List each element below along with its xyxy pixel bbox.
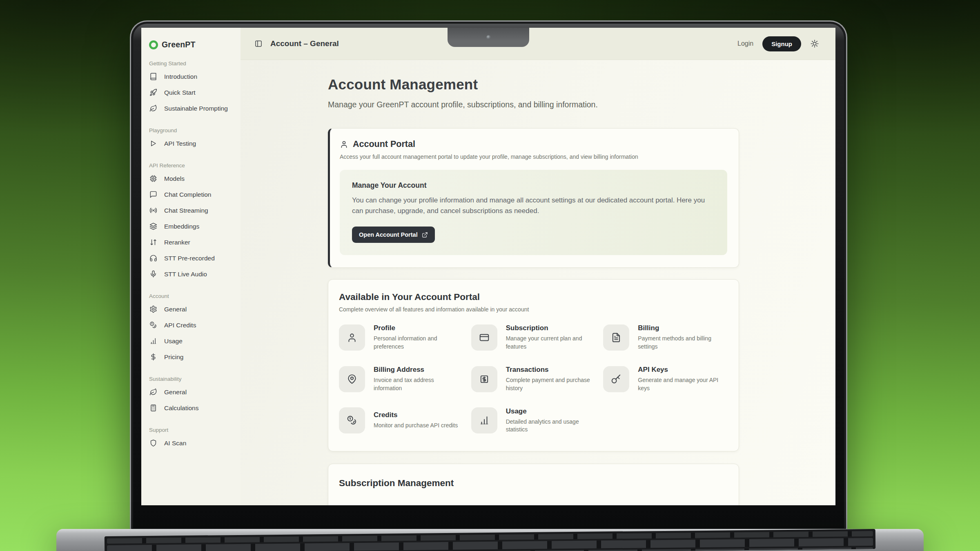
- subscription-card-title: Subscription Management: [339, 478, 728, 489]
- laptop-base: [56, 529, 924, 551]
- manage-account-title: Manage Your Account: [352, 181, 715, 190]
- sidebar-item-support-ai-scan[interactable]: AI Scan: [141, 435, 241, 451]
- sidebar-item-getting-started-sustainable-prompting[interactable]: Sustainable Prompting: [141, 100, 241, 116]
- feature-description: Monitor and purchase API credits: [374, 422, 458, 430]
- feature-subscription: SubscriptionManage your current plan and…: [471, 324, 596, 351]
- external-link-icon: [422, 232, 428, 238]
- credit-card-icon: [471, 324, 497, 351]
- dollar-icon: [149, 353, 157, 361]
- feature-description: Generate and manage your API keys: [638, 376, 728, 393]
- sidebar-item-label: API Testing: [164, 140, 196, 147]
- sidebar-item-api-reference-chat-completion[interactable]: Chat Completion: [141, 187, 241, 202]
- sidebar-item-label: Usage: [164, 338, 183, 345]
- cpu-icon: [149, 175, 157, 182]
- theme-toggle-sun-icon[interactable]: [810, 39, 819, 48]
- sidebar-item-label: General: [164, 389, 187, 396]
- sidebar-item-sustainability-general[interactable]: General: [141, 384, 241, 400]
- sidebar-item-label: Sustainable Prompting: [164, 105, 228, 112]
- sidebar-item-getting-started-introduction[interactable]: Introduction: [141, 69, 241, 84]
- feature-billing-address: Billing AddressInvoice and tax address i…: [339, 366, 464, 393]
- sidebar-item-account-pricing[interactable]: Pricing: [141, 349, 241, 365]
- sidebar-item-api-reference-stt-live-audio[interactable]: STT Live Audio: [141, 266, 241, 282]
- file-text-icon: [603, 324, 629, 351]
- leaf-icon: [149, 104, 157, 112]
- sidebar-item-label: AI Scan: [164, 440, 186, 447]
- sidebar-section-account: Account: [141, 293, 241, 299]
- page-title: Account – General: [270, 39, 339, 48]
- portal-card-title: Account Portal: [353, 139, 415, 149]
- sidebar-item-label: Quick Start: [164, 89, 196, 96]
- chat-icon: [149, 191, 157, 198]
- manage-account-body: You can change your profile information …: [352, 195, 711, 216]
- sidebar-section-support: Support: [141, 427, 241, 433]
- topbar: Account – General Login Signup: [241, 28, 835, 60]
- feature-title: Transactions: [506, 366, 596, 374]
- sidebar-item-playground-api-testing[interactable]: API Testing: [141, 136, 241, 151]
- portal-card-header: Account Portal: [340, 139, 727, 149]
- feature-description: Detailed analytics and usage statistics: [506, 418, 596, 434]
- page-heading: Account Management: [328, 76, 739, 93]
- sidebar-nav: Getting StartedIntroductionQuick StartSu…: [141, 60, 241, 451]
- page-subtitle: Manage your GreenPT account profile, sub…: [328, 100, 739, 109]
- receipt-icon: [471, 366, 497, 392]
- bar-chart-icon: [149, 337, 157, 345]
- sidebar-item-api-reference-reranker[interactable]: Reranker: [141, 234, 241, 250]
- user-icon: [340, 140, 348, 149]
- sidebar-section-sustainability: Sustainability: [141, 376, 241, 382]
- user-icon: [339, 324, 365, 351]
- gear-icon: [149, 305, 157, 313]
- sidebar-item-account-api-credits[interactable]: API Credits: [141, 317, 241, 333]
- feature-description: Personal information and preferences: [374, 335, 464, 351]
- sidebar-item-api-reference-stt-pre-recorded[interactable]: STT Pre-recorded: [141, 250, 241, 266]
- sidebar-item-sustainability-calculations[interactable]: Calculations: [141, 400, 241, 416]
- sidebar-item-getting-started-quick-start[interactable]: Quick Start: [141, 84, 241, 100]
- open-account-portal-button[interactable]: Open Account Portal: [352, 227, 435, 243]
- camera-dot: [486, 35, 491, 40]
- login-link[interactable]: Login: [737, 40, 753, 47]
- feature-billing: BillingPayment methods and billing setti…: [603, 324, 728, 351]
- feature-title: Billing: [638, 324, 728, 332]
- feature-text: UsageDetailed analytics and usage statis…: [506, 407, 596, 434]
- feature-title: Profile: [374, 324, 464, 332]
- sidebar-item-api-reference-models[interactable]: Models: [141, 171, 241, 187]
- sidebar: GreenPT Getting StartedIntroductionQuick…: [141, 28, 241, 505]
- feature-title: Usage: [506, 407, 596, 415]
- manage-account-panel: Manage Your Account You can change your …: [340, 170, 727, 255]
- feature-title: Credits: [374, 411, 458, 419]
- calculator-icon: [149, 404, 157, 412]
- leaf-icon: [149, 388, 157, 396]
- features-card-title: Available in Your Account Portal: [339, 292, 728, 302]
- camera-notch: [448, 28, 529, 47]
- layers-icon: [149, 222, 157, 230]
- sidebar-item-account-usage[interactable]: Usage: [141, 333, 241, 349]
- sidebar-item-label: Chat Streaming: [164, 207, 208, 214]
- signup-button[interactable]: Signup: [762, 36, 801, 51]
- sidebar-section-getting-started: Getting Started: [141, 60, 241, 67]
- book-icon: [149, 73, 157, 80]
- sidebar-item-account-general[interactable]: General: [141, 301, 241, 317]
- sidebar-item-api-reference-chat-streaming[interactable]: Chat Streaming: [141, 202, 241, 218]
- app-window: GreenPT Getting StartedIntroductionQuick…: [141, 28, 835, 505]
- feature-title: API Keys: [638, 366, 728, 374]
- open-account-portal-label: Open Account Portal: [359, 231, 418, 238]
- feature-api-keys: API KeysGenerate and manage your API key…: [603, 366, 728, 393]
- features-grid: ProfilePersonal information and preferen…: [339, 324, 728, 434]
- shield-icon: [149, 439, 157, 447]
- feature-text: TransactionsComplete payment and purchas…: [506, 366, 596, 393]
- feature-usage: UsageDetailed analytics and usage statis…: [471, 407, 596, 434]
- feature-description: Payment methods and billing settings: [638, 335, 728, 351]
- laptop-keyboard: [105, 529, 875, 551]
- account-portal-card: Account Portal Access your full account …: [328, 128, 739, 268]
- sidebar-item-api-reference-embeddings[interactable]: Embeddings: [141, 218, 241, 234]
- sidebar-item-label: Reranker: [164, 239, 190, 246]
- feature-description: Complete payment and purchase history: [506, 376, 596, 393]
- sidebar-item-label: STT Live Audio: [164, 271, 207, 278]
- features-card: Available in Your Account Portal Complet…: [328, 279, 739, 451]
- broadcast-icon: [149, 207, 157, 214]
- laptop-screen-frame: GreenPT Getting StartedIntroductionQuick…: [130, 20, 847, 531]
- main-content: Account Management Manage your GreenPT a…: [241, 60, 835, 505]
- sidebar-item-label: Embeddings: [164, 223, 199, 230]
- sidebar-toggle-icon[interactable]: [254, 40, 263, 48]
- sidebar-item-label: STT Pre-recorded: [164, 255, 215, 262]
- brand-logo[interactable]: GreenPT: [141, 28, 241, 49]
